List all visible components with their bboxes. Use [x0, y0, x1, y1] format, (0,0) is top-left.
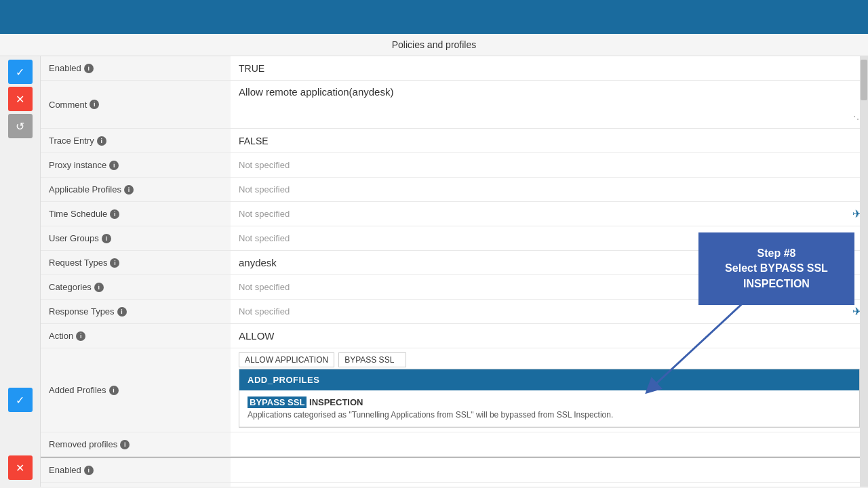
callout-container: Step #8 Select BYPASS SSL INSPECTION [698, 232, 854, 305]
bottom-section: Enabled i Comment i Trace Entry i FALSE [41, 457, 868, 487]
removed-profiles-value [231, 432, 868, 456]
bypass-ssl-suffix: INSPECTION [309, 397, 363, 407]
categories-label: Categories i [41, 275, 231, 299]
enabled-label: Enabled i [41, 56, 231, 80]
applicable-profiles-info-icon[interactable]: i [124, 185, 134, 195]
response-types-info-icon[interactable]: i [117, 307, 127, 317]
removed-profiles-info-icon[interactable]: i [120, 440, 130, 449]
reset-button[interactable]: ↺ [8, 114, 33, 138]
proxy-info-icon[interactable]: i [109, 161, 119, 170]
enabled-row-2: Enabled i [41, 458, 868, 483]
time-schedule-row: Time Schedule i Not specified ✈ [41, 202, 868, 226]
dropdown-item-desc: Applications categorised as "Tunnelling … [248, 410, 851, 420]
enabled-row: Enabled i TRUE [41, 56, 868, 81]
content-area: Enabled i TRUE Comment i Allow remote ap… [41, 56, 868, 487]
comment-label: Comment i [41, 81, 231, 128]
title-bar: Policies and profiles [0, 34, 868, 56]
trace-info-icon[interactable]: i [97, 136, 106, 146]
action-text: ALLOW [239, 330, 275, 342]
request-types-text: anydesk [239, 257, 277, 268]
proxy-instance-row: Proxy instance i Not specified [41, 153, 868, 178]
comment-row-2: Comment i [41, 483, 868, 487]
comment-info-icon[interactable]: i [90, 100, 99, 109]
user-groups-label: User Groups i [41, 226, 231, 250]
enabled-value: TRUE [231, 56, 868, 80]
enabled-text: TRUE [239, 63, 264, 74]
proxy-instance-value: Not specified [231, 153, 868, 177]
user-groups-text: Not specified [239, 233, 290, 243]
time-schedule-info-icon[interactable]: i [110, 209, 119, 219]
time-schedule-text: Not specified [239, 209, 290, 219]
check-button[interactable]: ✓ [8, 60, 33, 84]
response-types-text: Not specified [239, 306, 290, 317]
time-schedule-value: Not specified ✈ [231, 202, 868, 226]
callout-text: Select BYPASS SSL INSPECTION [715, 261, 837, 291]
scrollbar[interactable] [860, 56, 868, 487]
enabled-info-icon-2[interactable]: i [84, 466, 94, 475]
title-text: Policies and profiles [392, 39, 477, 50]
bypass-ssl-highlight: BYPASS SSL [248, 396, 307, 408]
trace-entry-label: Trace Entry i [41, 129, 231, 152]
bypass-ssl-input[interactable] [338, 352, 406, 367]
action-info-icon[interactable]: i [76, 331, 85, 341]
callout-arrow [644, 300, 780, 409]
enabled-info-icon[interactable]: i [84, 64, 94, 73]
scrollbar-thumb[interactable] [861, 60, 867, 100]
top-bar [0, 0, 868, 34]
comment-row: Comment i Allow remote application(anyde… [41, 81, 868, 129]
proxy-instance-text: Not specified [239, 160, 290, 170]
trace-entry-text: FALSE [239, 136, 269, 146]
cancel-button-2[interactable]: ✕ [8, 455, 33, 480]
added-profiles-info-icon[interactable]: i [109, 386, 119, 395]
added-profiles-label: Added Profiles i [41, 348, 231, 432]
response-types-label: Response Types i [41, 300, 231, 323]
profiles-input-area[interactable]: ALLOW APPLICATION [239, 352, 406, 367]
trace-entry-row: Trace Entry i FALSE [41, 129, 868, 153]
svg-line-1 [651, 300, 746, 388]
applicable-profiles-row: Applicable Profiles i Not specified [41, 178, 868, 202]
removed-profiles-row: Removed profiles i [41, 432, 868, 457]
request-types-label: Request Types i [41, 251, 231, 274]
callout-step: Step #8 [715, 246, 837, 261]
applicable-profiles-text: Not specified [239, 184, 290, 195]
proxy-instance-label: Proxy instance i [41, 153, 231, 177]
trace-entry-value: FALSE [231, 129, 868, 152]
cancel-button[interactable]: ✕ [8, 87, 33, 111]
comment-value[interactable]: Allow remote application(anydesk) ⋱ [231, 81, 868, 128]
enabled-label-2: Enabled i [41, 458, 231, 482]
applicable-profiles-label: Applicable Profiles i [41, 178, 231, 201]
allow-application-tag: ALLOW APPLICATION [239, 352, 334, 367]
check-button-2[interactable]: ✓ [8, 388, 33, 412]
comment-text: Allow remote application(anydesk) [239, 86, 393, 98]
applicable-profiles-value: Not specified [231, 178, 868, 201]
action-label: Action i [41, 324, 231, 348]
comment-label-2: Comment i [41, 483, 231, 487]
time-schedule-label: Time Schedule i [41, 202, 231, 226]
enabled-value-2 [231, 458, 868, 482]
user-groups-info-icon[interactable]: i [102, 234, 111, 243]
removed-profiles-label: Removed profiles i [41, 432, 231, 456]
categories-text: Not specified [239, 282, 290, 292]
left-toolbar: ✓ ✕ ↺ ✓ ✕ [0, 56, 41, 487]
categories-info-icon[interactable]: i [94, 283, 104, 292]
request-types-info-icon[interactable]: i [110, 258, 119, 268]
comment-value-2 [231, 483, 868, 487]
callout-box: Step #8 Select BYPASS SSL INSPECTION [698, 232, 854, 305]
